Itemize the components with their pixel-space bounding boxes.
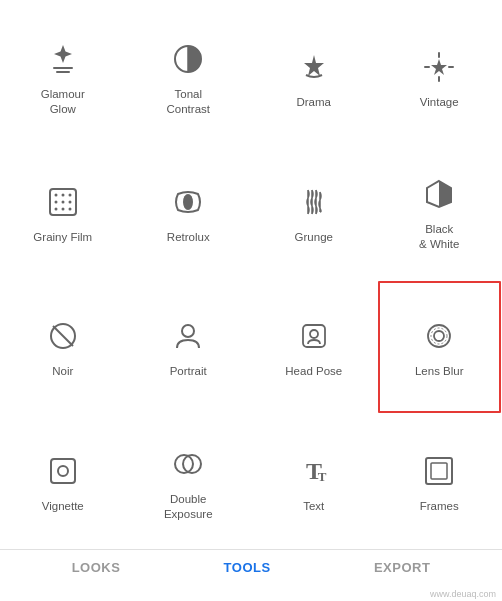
grid-item-frames[interactable]: Frames (377, 414, 503, 549)
drama-icon (292, 45, 336, 89)
head-pose-icon (292, 314, 336, 358)
grid-item-tonal-contrast[interactable]: Tonal Contrast (126, 10, 252, 145)
noir-label: Noir (52, 364, 73, 379)
frames-icon (417, 449, 461, 493)
vignette-label: Vignette (42, 499, 84, 514)
filter-grid: Glamour GlowTonal ContrastDramaVintageGr… (0, 0, 502, 549)
lens-blur-icon (417, 314, 461, 358)
grid-item-lens-blur[interactable]: Lens Blur (377, 280, 503, 415)
svg-point-8 (54, 200, 57, 203)
grid-item-portrait[interactable]: Portrait (126, 280, 252, 415)
svg-rect-18 (303, 325, 325, 347)
vintage-icon (417, 45, 461, 89)
grainy-film-icon (41, 180, 85, 224)
black-white-label: Black & White (419, 222, 459, 252)
svg-point-9 (61, 200, 64, 203)
nav-item-looks[interactable]: LOOKS (72, 560, 121, 575)
svg-point-13 (68, 207, 71, 210)
frames-label: Frames (420, 499, 459, 514)
grid-item-black-white[interactable]: Black & White (377, 145, 503, 280)
svg-point-12 (61, 207, 64, 210)
nav-item-tools[interactable]: TOOLS (224, 560, 271, 575)
svg-point-6 (61, 193, 64, 196)
svg-point-14 (183, 194, 193, 210)
svg-line-16 (53, 326, 73, 346)
grid-item-vignette[interactable]: Vignette (0, 414, 126, 549)
svg-point-24 (58, 466, 68, 476)
black-white-icon (417, 172, 461, 216)
svg-rect-0 (53, 67, 73, 69)
grid-item-glamour-glow[interactable]: Glamour Glow (0, 10, 126, 145)
grid-item-retrolux[interactable]: Retrolux (126, 145, 252, 280)
lens-blur-label: Lens Blur (415, 364, 464, 379)
svg-rect-30 (431, 463, 447, 479)
grid-item-drama[interactable]: Drama (251, 10, 377, 145)
svg-rect-23 (51, 459, 75, 483)
grid-item-vintage[interactable]: Vintage (377, 10, 503, 145)
svg-point-17 (182, 325, 194, 337)
nav-item-export[interactable]: EXPORT (374, 560, 430, 575)
svg-point-10 (68, 200, 71, 203)
glamour-glow-label: Glamour Glow (41, 87, 85, 117)
svg-point-19 (310, 330, 318, 338)
drama-label: Drama (296, 95, 331, 110)
retrolux-label: Retrolux (167, 230, 210, 245)
head-pose-label: Head Pose (285, 364, 342, 379)
grid-item-grainy-film[interactable]: Grainy Film (0, 145, 126, 280)
retrolux-icon (166, 180, 210, 224)
grainy-film-label: Grainy Film (33, 230, 92, 245)
noir-icon (41, 314, 85, 358)
glamour-glow-icon (41, 37, 85, 81)
vintage-label: Vintage (420, 95, 459, 110)
text-icon: TT (292, 449, 336, 493)
svg-point-11 (54, 207, 57, 210)
portrait-icon (166, 314, 210, 358)
svg-rect-1 (56, 71, 70, 73)
double-exposure-icon (166, 442, 210, 486)
tonal-contrast-icon (166, 37, 210, 81)
grunge-label: Grunge (295, 230, 333, 245)
grunge-icon (292, 180, 336, 224)
grid-item-grunge[interactable]: Grunge (251, 145, 377, 280)
grid-item-text[interactable]: TTText (251, 414, 377, 549)
double-exposure-label: Double Exposure (164, 492, 213, 522)
grid-item-noir[interactable]: Noir (0, 280, 126, 415)
svg-point-21 (434, 331, 444, 341)
tonal-contrast-label: Tonal Contrast (167, 87, 210, 117)
grid-item-double-exposure[interactable]: Double Exposure (126, 414, 252, 549)
portrait-label: Portrait (170, 364, 207, 379)
svg-point-5 (54, 193, 57, 196)
text-label: Text (303, 499, 324, 514)
watermark: www.deuaq.com (0, 589, 502, 601)
grid-item-head-pose[interactable]: Head Pose (251, 280, 377, 415)
vignette-icon (41, 449, 85, 493)
svg-rect-29 (426, 458, 452, 484)
svg-text:T: T (317, 469, 326, 484)
bottom-navigation: LOOKSTOOLSEXPORT (0, 549, 502, 589)
svg-point-7 (68, 193, 71, 196)
